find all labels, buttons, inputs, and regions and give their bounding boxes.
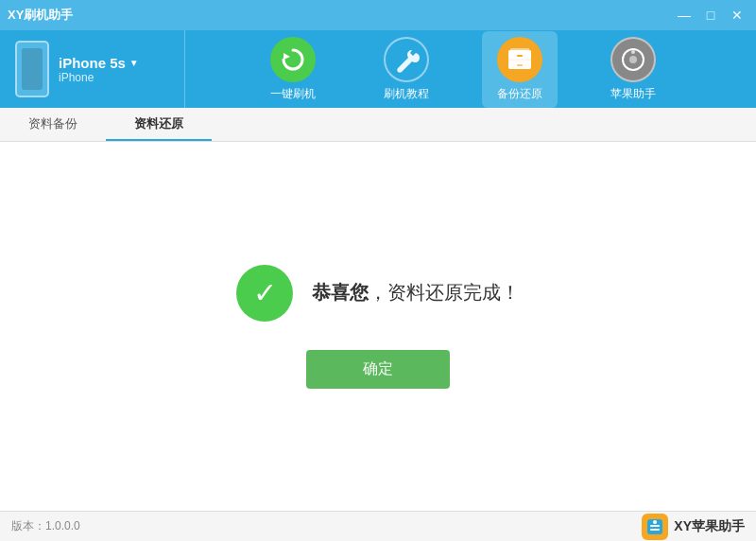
tab-restore[interactable]: 资料还原: [106, 108, 212, 141]
nav-item-apple-assist[interactable]: 苹果助手: [595, 31, 671, 108]
success-circle: ✓: [236, 265, 293, 322]
device-dropdown-arrow[interactable]: ▼: [129, 58, 139, 68]
close-button[interactable]: ✕: [726, 6, 748, 25]
device-type: iPhone: [59, 71, 139, 84]
checkmark-icon: ✓: [253, 279, 277, 307]
brand-svg: [645, 517, 664, 536]
refresh-icon: [270, 37, 316, 82]
footer: 版本：1.0.0.0 XY苹果助手: [0, 511, 756, 541]
svg-rect-4: [517, 55, 523, 57]
svg-rect-12: [650, 529, 660, 531]
tab-backup[interactable]: 资料备份: [0, 108, 106, 141]
device-info: iPhone 5s ▼ iPhone: [59, 55, 139, 84]
backup-icon: [497, 37, 542, 82]
nav-icons: 一键刷机 刷机教程: [185, 31, 741, 108]
device-name: iPhone 5s ▼: [59, 55, 139, 71]
success-text: 恭喜您，资料还原完成！: [312, 280, 520, 305]
svg-marker-0: [284, 53, 290, 60]
svg-rect-5: [517, 64, 523, 66]
tabs: 资料备份 资料还原: [0, 108, 756, 142]
apple-icon: [610, 37, 656, 82]
svg-rect-11: [650, 525, 660, 527]
brand-logo: XY苹果助手: [642, 514, 745, 540]
svg-rect-6: [510, 48, 529, 52]
nav-item-backup-restore[interactable]: 备份还原: [482, 31, 558, 108]
svg-point-9: [631, 50, 635, 54]
brand-name: XY苹果助手: [674, 518, 745, 535]
backup-svg: [505, 44, 535, 75]
success-text-prefix: 恭喜您: [312, 282, 369, 303]
success-message: ✓ 恭喜您，资料还原完成！: [236, 265, 520, 322]
titlebar: XY刷机助手 — □ ✕: [0, 0, 756, 30]
wrench-icon: [384, 37, 429, 82]
minimize-button[interactable]: —: [673, 6, 696, 25]
window-controls: — □ ✕: [673, 6, 748, 25]
svg-point-8: [629, 56, 637, 63]
nav-label-tutorial: 刷机教程: [384, 86, 429, 102]
nav-item-one-click[interactable]: 一键刷机: [255, 31, 331, 108]
refresh-svg: [279, 45, 307, 74]
confirm-button[interactable]: 确定: [306, 350, 450, 389]
nav-label-backup-restore: 备份还原: [497, 86, 542, 102]
wrench-svg: [393, 46, 420, 73]
content-area: ✓ 恭喜您，资料还原完成！ 确定: [0, 142, 756, 511]
svg-point-13: [653, 520, 657, 524]
nav-item-tutorial[interactable]: 刷机教程: [369, 31, 444, 108]
nav-label-one-click: 一键刷机: [270, 86, 316, 102]
app-title: XY刷机助手: [8, 7, 73, 24]
device-icon: [15, 41, 49, 97]
nav-label-apple-assist: 苹果助手: [610, 86, 656, 102]
phone-silhouette: [22, 48, 43, 90]
header: iPhone 5s ▼ iPhone 一键刷机 刷机教程: [0, 30, 756, 108]
apple-svg: [620, 46, 646, 73]
version-label: 版本：1.0.0.0: [11, 518, 80, 534]
brand-icon: [642, 514, 668, 540]
maximize-button[interactable]: □: [699, 6, 722, 25]
success-text-suffix: ，资料还原完成！: [369, 282, 520, 303]
device-section: iPhone 5s ▼ iPhone: [15, 30, 185, 108]
